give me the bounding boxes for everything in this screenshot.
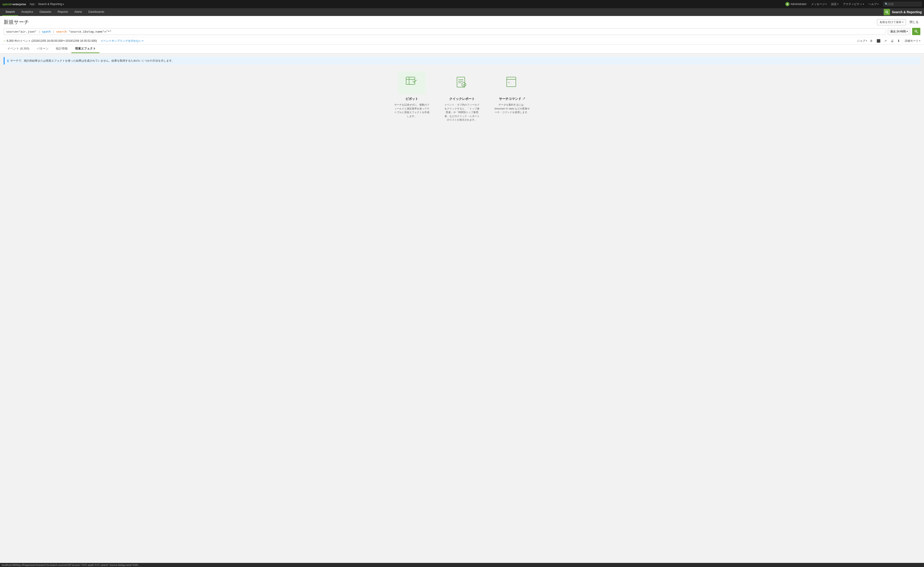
app-name[interactable]: Search & Reporting: [38, 3, 64, 6]
magnifier-icon: [885, 10, 889, 14]
searchcommand-svg: >_: [506, 76, 519, 90]
page-header: 新規サーチ 名前を付けて保存 閉じる source="air.json" | s…: [0, 16, 924, 45]
app-label: App：: [30, 2, 37, 6]
svg-rect-7: [457, 77, 465, 87]
svg-rect-4: [406, 77, 415, 84]
card-searchcommand[interactable]: >_ サーチコマンド ↗データを要約するには、timechart や stats…: [494, 71, 530, 122]
tab-統計情報[interactable]: 統計情報: [52, 45, 71, 53]
splunk-logo: splunk>enterprise: [2, 3, 26, 6]
tab-視覚エフェクト[interactable]: 視覚エフェクト: [71, 45, 99, 53]
pivot-title: ピボット: [405, 97, 418, 101]
quickreport-svg: [455, 76, 469, 90]
page-title: 新規サーチ: [4, 19, 29, 26]
result-right-actions: ジョブ ⏸ ⬛ ↗ 🖨 ⬇ 詳細モード: [857, 39, 920, 43]
info-icon: ℹ: [7, 59, 8, 63]
result-count: ✓ 8,300 件のイベント (2019/12/05 16:00:00.000〜…: [4, 39, 97, 43]
search-input-row: source="air.json" | spath | search "sour…: [4, 28, 920, 35]
brand-area: Search & Reporting: [884, 9, 922, 15]
search-go-button[interactable]: [912, 28, 920, 35]
result-info-row: ✓ 8,300 件のイベント (2019/12/05 16:00:00.000〜…: [4, 37, 920, 45]
quickreport-desc: イベント・タブ内のフィールドをクリックすると、「トップ参照者」や「時間別トップ参…: [444, 103, 480, 122]
quickreport-title: クイックレポート: [449, 97, 475, 101]
query-spath: spath: [42, 30, 51, 33]
card-quickreport[interactable]: クイックレポートイベント・タブ内のフィールドをクリックすると、「トップ参照者」や…: [444, 71, 480, 122]
query-source: source="air.json": [6, 30, 36, 33]
time-picker-button[interactable]: 過去 24 時間: [888, 28, 910, 35]
event-sampling-button[interactable]: イベントサンプリングを行わない: [100, 39, 143, 43]
export-button[interactable]: ⬇: [896, 39, 901, 43]
nav-items: SearchAnalyticsDatasetsReportsAlertsDash…: [2, 8, 107, 16]
print-button[interactable]: 🖨: [890, 39, 895, 43]
card-pivot[interactable]: ピボットサーチを記述せずに、複数のフィールドと測定基準を使ってテーブルと視覚エフ…: [394, 71, 430, 122]
close-button[interactable]: 閉じる: [908, 19, 920, 25]
pivot-desc: サーチを記述せずに、複数のフィールドと測定基準を使ってテーブルと視覚エフェクトを…: [394, 103, 430, 118]
search-icon: 🔍: [885, 3, 888, 6]
visualization-cards: ピボットサーチを記述せずに、複数のフィールドと測定基準を使ってテーブルと視覚エフ…: [4, 71, 920, 122]
save-name-button[interactable]: 名前を付けて保存: [877, 19, 906, 26]
pause-button[interactable]: ⏸: [869, 39, 874, 43]
svg-line-1: [887, 12, 888, 14]
pivot-svg: [405, 76, 418, 90]
send-button[interactable]: ↗: [883, 39, 888, 43]
searchcommand-icon-box: >_: [498, 71, 526, 94]
result-count-text: 8,300 件のイベント (2019/12/05 16:00:00.000〜20…: [7, 39, 97, 42]
brand-box: Search & Reporting: [884, 9, 922, 15]
checkmark-icon: ✓: [4, 39, 6, 42]
main-content: ℹ サーチで、統計的結果または視覚エフェクトを使った結果は生成されていません。結…: [0, 53, 924, 145]
search-input-box[interactable]: source="air.json" | spath | search "sour…: [4, 28, 886, 35]
query-pipe-1: |: [38, 30, 42, 33]
admin-label: Administrator: [790, 3, 807, 6]
nav-item-reports[interactable]: Reports: [54, 8, 71, 16]
settings-button[interactable]: 設定: [830, 2, 840, 7]
top-nav-right: A Administrator メッセージ 設定 アクティビティ ヘルプ 🔍: [783, 1, 922, 7]
page-title-row: 新規サーチ 名前を付けて保存 閉じる: [4, 19, 920, 26]
pivot-icon-box: [398, 71, 426, 94]
activity-button[interactable]: アクティビティ: [841, 2, 866, 7]
admin-button[interactable]: A Administrator: [783, 1, 808, 7]
nav-item-dashboards[interactable]: Dashboards: [85, 8, 107, 16]
global-search-input[interactable]: [888, 3, 920, 6]
query-str: "source.ibstag.name"="*": [69, 30, 111, 33]
page-title-actions: 名前を付けて保存 閉じる: [877, 19, 920, 26]
svg-line-3: [916, 32, 918, 33]
secondary-navigation: SearchAnalyticsDatasetsReportsAlertsDash…: [0, 8, 924, 16]
help-button[interactable]: ヘルプ: [867, 2, 880, 7]
searchcommand-title: サーチコマンド ↗: [499, 97, 525, 101]
search-query-display: source="air.json" | spath | search "sour…: [6, 30, 111, 33]
jobs-button[interactable]: ジョブ: [857, 39, 867, 43]
tabs-row: イベント (8,300)パターン統計情報視覚エフェクト: [0, 45, 924, 53]
info-banner-text: サーチで、統計的結果または視覚エフェクトを使った結果は生成されていません。結果を…: [10, 59, 174, 63]
nav-item-alerts[interactable]: Alerts: [71, 8, 85, 16]
nav-item-datasets[interactable]: Datasets: [36, 8, 54, 16]
quickreport-icon-box: [448, 71, 476, 94]
query-pipe-2: |: [52, 30, 56, 33]
info-banner: ℹ サーチで、統計的結果または視覚エフェクトを使った結果は生成されていません。結…: [4, 57, 920, 64]
messages-button[interactable]: メッセージ: [809, 2, 828, 7]
svg-point-11: [462, 82, 466, 87]
nav-item-analytics[interactable]: Analytics: [18, 8, 36, 16]
detail-mode-button[interactable]: 詳細モード: [903, 39, 920, 43]
tab-パターン[interactable]: パターン: [33, 45, 52, 53]
top-navigation: splunk>enterprise App： Search & Reportin…: [0, 0, 924, 8]
brand-icon: [884, 9, 890, 15]
global-search-bar[interactable]: 🔍: [883, 2, 922, 6]
admin-icon: A: [785, 2, 789, 6]
searchcommand-desc: データを要約するには、timechart や stats などの変換サーチ・コマ…: [494, 103, 530, 114]
search-go-icon: [914, 30, 918, 33]
nav-item-search[interactable]: Search: [2, 8, 18, 16]
query-search-kw: search: [56, 30, 67, 33]
svg-text:>_: >_: [508, 81, 512, 84]
stop-button[interactable]: ⬛: [876, 39, 881, 43]
tab-イベント (8,300)[interactable]: イベント (8,300): [4, 45, 33, 53]
brand-label: Search & Reporting: [892, 10, 922, 14]
